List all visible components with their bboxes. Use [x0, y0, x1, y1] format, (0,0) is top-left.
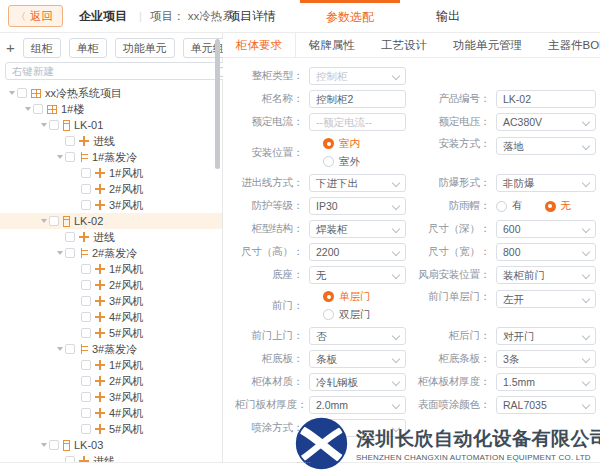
radio-双层门[interactable]: 双层门: [323, 308, 406, 322]
tree-item-3风机[interactable]: 3#风机: [0, 389, 222, 405]
select-尺寸（高）[interactable]: 2200: [309, 243, 406, 261]
radio-selected-icon[interactable]: [545, 201, 556, 212]
tree-checkbox[interactable]: [81, 424, 91, 434]
tree-checkbox[interactable]: [65, 152, 75, 162]
tree-item-LK-01[interactable]: LK-01: [0, 117, 222, 133]
tree-checkbox[interactable]: [65, 248, 75, 258]
tree-checkbox[interactable]: [81, 408, 91, 418]
tree-item-3风机[interactable]: 3#风机: [0, 293, 222, 309]
select-前门单层门[interactable]: 左开: [496, 290, 596, 308]
select-进出线方式[interactable]: 下进下出: [309, 174, 406, 192]
tree-item-进线[interactable]: 进线: [0, 229, 222, 245]
radio-unselected-icon[interactable]: [323, 156, 334, 167]
select-底座[interactable]: 无: [309, 266, 406, 284]
tree-item-4风机[interactable]: 4#风机: [0, 405, 222, 421]
add-icon[interactable]: +: [6, 38, 15, 58]
tree-item-1蒸发冷[interactable]: 1#蒸发冷: [0, 149, 222, 165]
tree-checkbox[interactable]: [81, 312, 91, 322]
radio-selected-icon[interactable]: [323, 291, 334, 302]
config-tab-2[interactable]: 工艺设计: [368, 33, 440, 57]
tree-checkbox[interactable]: [17, 88, 27, 98]
tree-checkbox[interactable]: [49, 216, 59, 226]
tree-checkbox[interactable]: [49, 120, 59, 130]
tree-item-2风机[interactable]: 2#风机: [0, 277, 222, 293]
tree-item-5风机[interactable]: 5#风机: [0, 421, 222, 437]
tree-item-1风机[interactable]: 1#风机: [0, 357, 222, 373]
tree-checkbox[interactable]: [81, 296, 91, 306]
select-尺寸（深）[interactable]: 600: [496, 220, 596, 238]
tree-item-3蒸发冷[interactable]: 3#蒸发冷: [0, 341, 222, 357]
tree-checkbox[interactable]: [81, 168, 91, 178]
radio-室外[interactable]: 室外: [323, 155, 406, 169]
select-整柜类型[interactable]: 控制柜: [309, 67, 406, 85]
select-防护等级[interactable]: IP30: [309, 197, 406, 215]
function-unit-button[interactable]: 功能单元: [115, 38, 175, 58]
tree-checkbox[interactable]: [81, 376, 91, 386]
input-柜名称[interactable]: 控制柜2: [309, 90, 406, 108]
select-柜体材质[interactable]: 冷轧钢板: [309, 373, 406, 391]
select-柜底板[interactable]: 条板: [309, 350, 406, 368]
tree-checkbox[interactable]: [81, 360, 91, 370]
radio-单层门[interactable]: 单层门: [323, 290, 406, 304]
config-tab-3[interactable]: 功能单元管理: [440, 33, 535, 57]
tree-item-进线[interactable]: 进线: [0, 453, 222, 462]
select-柜门板材厚度[interactable]: 2.0mm: [309, 396, 406, 414]
caret-down-icon[interactable]: [54, 251, 65, 255]
group-cabinet-button[interactable]: 组柜: [23, 38, 61, 58]
tree-checkbox[interactable]: [33, 104, 43, 114]
select-额定电压[interactable]: AC380V: [496, 113, 596, 131]
config-tab-0[interactable]: 柜体要求: [223, 33, 296, 57]
tab-project-detail[interactable]: 项目详情: [222, 0, 282, 32]
tree-checkbox[interactable]: [81, 184, 91, 194]
caret-down-icon[interactable]: [38, 123, 49, 127]
caret-down-icon[interactable]: [6, 91, 17, 95]
tree-checkbox[interactable]: [81, 392, 91, 402]
tree-scrollbar[interactable]: [215, 39, 220, 169]
tree-item-5风机[interactable]: 5#风机: [0, 325, 222, 341]
select-尺寸（宽）[interactable]: 800: [496, 243, 596, 261]
select-表面喷涂颜色[interactable]: RAL7035: [496, 396, 596, 414]
radio-selected-icon[interactable]: [323, 138, 334, 149]
caret-down-icon[interactable]: [54, 347, 65, 351]
tree-checkbox[interactable]: [81, 200, 91, 210]
tree-item-1风机[interactable]: 1#风机: [0, 165, 222, 181]
select-风扇安装位置[interactable]: 装柜前门: [496, 266, 596, 284]
tree-item-进线[interactable]: 进线: [0, 133, 222, 149]
config-tab-1[interactable]: 铭牌属性: [296, 33, 368, 57]
tree-checkbox[interactable]: [65, 232, 75, 242]
radio-室内[interactable]: 室内: [323, 137, 406, 151]
radio-无[interactable]: 无: [545, 199, 572, 213]
caret-down-icon[interactable]: [38, 219, 49, 223]
tree-checkbox[interactable]: [81, 264, 91, 274]
radio-有[interactable]: 有: [496, 199, 523, 213]
tree-checkbox[interactable]: [65, 344, 75, 354]
select-柜底条板[interactable]: 3条: [496, 350, 596, 368]
tree-search-input[interactable]: 右键新建: [5, 62, 234, 80]
tree-item-1楼[interactable]: 1#楼: [0, 101, 222, 117]
tree-item-2蒸发冷[interactable]: 2#蒸发冷: [0, 245, 222, 261]
config-tab-4[interactable]: 主器件BOM: [535, 33, 600, 57]
tree-item-LK-02[interactable]: LK-02: [0, 213, 222, 229]
select-防爆形式[interactable]: 非防爆: [496, 174, 596, 192]
tree-item-1风机[interactable]: 1#风机: [0, 261, 222, 277]
select-柜体板材厚度[interactable]: 1.5mm: [496, 373, 596, 391]
back-button[interactable]: 〈返回: [8, 5, 63, 27]
select-柜后门[interactable]: 对开门: [496, 327, 596, 345]
tree-checkbox[interactable]: [65, 456, 75, 462]
select-柜型结构[interactable]: 焊装柜: [309, 220, 406, 238]
tab-output[interactable]: 输出: [430, 0, 466, 32]
tree-item-3风机[interactable]: 3#风机: [0, 197, 222, 213]
tree-item-xx冷热系统项目[interactable]: xx冷热系统项目: [0, 85, 222, 101]
tree-item-LK-03[interactable]: LK-03: [0, 437, 222, 453]
tree-item-2风机[interactable]: 2#风机: [0, 181, 222, 197]
radio-unselected-icon[interactable]: [323, 309, 334, 320]
tree-checkbox[interactable]: [65, 136, 75, 146]
tree-checkbox[interactable]: [81, 280, 91, 290]
caret-down-icon[interactable]: [54, 155, 65, 159]
caret-down-icon[interactable]: [22, 107, 33, 111]
radio-unselected-icon[interactable]: [496, 201, 507, 212]
select-前门上门[interactable]: 否: [309, 327, 406, 345]
caret-down-icon[interactable]: [38, 443, 49, 447]
input-产品编号[interactable]: LK-02: [496, 90, 596, 108]
select-安装方式[interactable]: 落地: [496, 137, 596, 155]
